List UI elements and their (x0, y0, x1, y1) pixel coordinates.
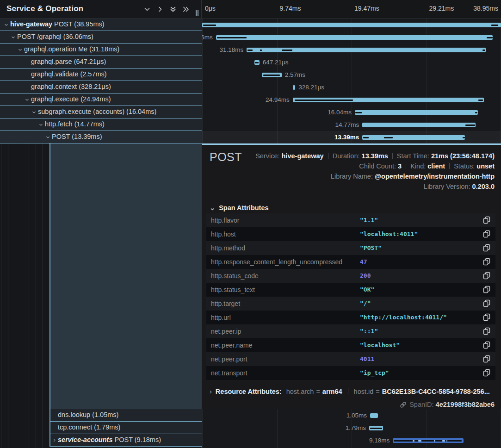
chevron-down-icon[interactable] (45, 135, 50, 140)
attribute-row-net.peer.name: net.peer.name"localhost" (206, 338, 495, 352)
meta-label: Child Count: (359, 162, 398, 170)
copy-icon[interactable] (483, 313, 491, 322)
span-bar[interactable] (202, 23, 501, 27)
tree-row-subgraph-execute-accounts-[interactable]: subgraph.execute (accounts) (16.04ms) (0, 106, 202, 118)
copy-icon[interactable] (483, 341, 491, 349)
double-chevron-down-icon[interactable] (169, 5, 177, 13)
span-bar[interactable] (370, 413, 378, 418)
span-duration-label: 647.21μs (263, 59, 289, 66)
chevron-down-icon[interactable] (31, 110, 37, 115)
span-bar-mark (203, 25, 216, 26)
span-id-value[interactable]: 4e21998f3b82abe6 (436, 401, 495, 408)
span-bar[interactable] (362, 135, 465, 140)
span-bar-mark (418, 440, 421, 442)
chevron-right-icon[interactable] (52, 438, 57, 443)
span-bar-mark (363, 137, 369, 138)
meta-value: unset (476, 162, 495, 170)
tree-row-post[interactable]: service-accounts POST (9.18ms) (50, 434, 202, 447)
copy-icon[interactable] (483, 369, 491, 377)
copy-icon[interactable] (483, 216, 491, 224)
meta-value: 3 (398, 162, 402, 170)
resource-attributes-row[interactable]: ›Resource Attributes:host.arch=arm64host… (210, 388, 490, 395)
service-name: hive-gateway (10, 20, 52, 28)
tree-header-title: Service & Operation (6, 4, 83, 13)
meta-label: Status: (454, 162, 476, 170)
attribute-value: "OK" (360, 286, 374, 293)
copy-icon[interactable] (483, 258, 491, 266)
chevron-down-icon[interactable] (4, 22, 9, 27)
span-bar[interactable] (355, 110, 478, 115)
span-bar[interactable] (216, 35, 493, 40)
attribute-key: http.status_code (211, 272, 259, 280)
span-bar[interactable] (293, 85, 295, 90)
span-id-label: SpanID: (409, 401, 433, 408)
chevron-down-icon[interactable] (18, 47, 23, 52)
span-meta-line: Service: hive-gatewayDuration: 13.39msSt… (255, 151, 495, 161)
tree-row-post[interactable]: hive-gateway POST (38.95ms) (0, 19, 202, 31)
attribute-row-http.flavor: http.flavor"1.1" (206, 213, 495, 227)
timeline-row: 328.21μs (202, 81, 501, 93)
span-bar-mark (370, 428, 382, 429)
span-duration-label: 1.05ms (346, 412, 367, 419)
copy-icon[interactable] (483, 244, 491, 252)
meta-value: 21ms (23:56:48.174) (431, 152, 495, 160)
attribute-row-net.peer.port: net.peer.port4011 (206, 352, 495, 366)
span-meta-line: Library Version: 0.203.0 (255, 181, 495, 192)
attribute-key: net.peer.ip (211, 328, 241, 335)
span-bar[interactable] (362, 123, 476, 127)
tree-row-graphql-parse[interactable]: graphql.parse (647.21μs) (0, 56, 202, 68)
timeline-row: 38.95ms (202, 19, 501, 31)
double-chevron-right-icon[interactable] (182, 5, 190, 13)
attribute-value: 200 (360, 272, 371, 279)
attribute-key: http.response_content_length_uncompresse… (211, 258, 342, 266)
tree-row-graphql-validate[interactable]: graphql.validate (2.57ms) (0, 68, 202, 81)
span-detail-panel: POST Service: hive-gatewayDuration: 13.3… (202, 143, 501, 409)
copy-icon[interactable] (483, 286, 491, 294)
resource-attributes-title: Resource Attributes: (216, 388, 282, 395)
span-bar-mark (295, 100, 353, 101)
meta-value: client (427, 162, 445, 170)
span-attributes-header[interactable]: ⌄Span Attributes (210, 204, 269, 212)
copy-icon[interactable] (483, 230, 491, 238)
axis-tick-label: 0μs (205, 5, 216, 12)
attribute-row-net.peer.ip: net.peer.ip"::1" (206, 324, 495, 338)
span-bar-mark (255, 62, 259, 63)
span-bar-mark (247, 50, 253, 51)
tree-row-graphql-context[interactable]: graphql.context (328.21μs) (0, 81, 202, 93)
attribute-row-http.url: http.url"http://localhost:4011/" (206, 311, 495, 324)
span-bar-mark (263, 75, 280, 76)
span-label: graphql.operation Me (31.18ms) (24, 45, 119, 53)
chevron-down-icon[interactable] (143, 5, 151, 13)
tree-row-post[interactable]: POST (13.39ms) (0, 131, 202, 143)
tree-row-dns-lookup[interactable]: dns.lookup (1.05ms) (50, 409, 202, 422)
panel-splitter-handle[interactable] (195, 10, 199, 17)
chevron-down-icon[interactable] (38, 122, 43, 127)
link-icon[interactable] (400, 401, 407, 408)
attribute-key: net.peer.port (211, 355, 247, 363)
copy-icon[interactable] (483, 272, 491, 280)
span-label: hive-gateway POST (38.95ms) (10, 20, 105, 28)
attribute-key: net.peer.name (211, 342, 253, 349)
axis-tick-label: 19.47ms (354, 5, 379, 12)
span-bar-mark (463, 137, 465, 138)
meta-label: Start Time: (397, 152, 431, 160)
tree-row-post-graphql[interactable]: POST /graphql (36.06ms) (0, 31, 202, 44)
span-bar-mark (465, 124, 475, 126)
chevron-right-icon[interactable] (156, 5, 164, 13)
tree-row-http-fetch[interactable]: http.fetch (14.77ms) (0, 118, 202, 131)
equals-sign: = (316, 388, 320, 395)
tree-row-graphql-operation-me[interactable]: graphql.operation Me (31.18ms) (0, 44, 202, 56)
attribute-key: http.flavor (211, 217, 239, 224)
tree-row-tcp-connect[interactable]: tcp.connect (1.79ms) (50, 422, 202, 434)
timeline-row: 647.21μs (202, 56, 501, 68)
copy-icon[interactable] (483, 355, 491, 363)
tree-row-graphql-execute[interactable]: graphql.execute (24.94ms) (0, 93, 202, 106)
chevron-down-icon[interactable] (11, 35, 16, 40)
span-label: POST (13.39ms) (52, 133, 102, 140)
span-bar-mark (475, 112, 477, 113)
chevron-down-icon[interactable] (25, 97, 30, 102)
copy-icon[interactable] (483, 327, 491, 336)
copy-icon[interactable] (483, 299, 491, 308)
span-label: graphql.validate (2.57ms) (31, 70, 107, 78)
attribute-value: "localhost" (360, 342, 400, 348)
